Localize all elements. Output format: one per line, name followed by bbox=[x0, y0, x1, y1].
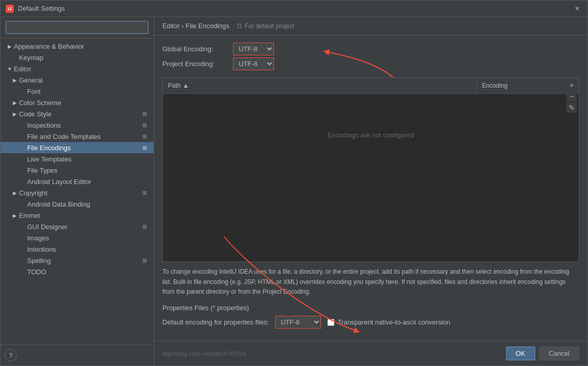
default-encoding-select[interactable]: UTF-8 bbox=[275, 316, 321, 329]
project-encoding-row: Project Encoding: UTF-8 bbox=[162, 57, 579, 70]
sidebar-item-editor[interactable]: ▼ Editor bbox=[1, 63, 154, 74]
default-encoding-label: Default encoding for properties files: bbox=[162, 318, 269, 326]
sidebar-item-file-types[interactable]: File Types bbox=[1, 165, 154, 176]
project-encoding-select[interactable]: UTF-8 bbox=[233, 57, 274, 70]
arrow-placeholder bbox=[19, 177, 27, 186]
properties-title: Properties Files (*.properties) bbox=[162, 304, 579, 312]
arrow-placeholder bbox=[19, 166, 27, 174]
sidebar-item-label: Inspections bbox=[27, 121, 138, 129]
sidebar-item-android-data-binding[interactable]: Android Data Binding bbox=[1, 198, 154, 210]
sidebar-item-label: Copyright bbox=[19, 189, 138, 197]
sidebar-item-keymap[interactable]: Keymap bbox=[1, 52, 154, 63]
copy-icon: ⊞ bbox=[140, 189, 149, 197]
copy-icon: ⊞ bbox=[140, 121, 149, 129]
arrow-icon: ▶ bbox=[6, 42, 14, 50]
project-indicator: 🗒 🗒 For default projectFor default proje… bbox=[234, 23, 295, 30]
sidebar-item-images[interactable]: Images bbox=[1, 232, 154, 243]
sidebar-item-font[interactable]: Font bbox=[1, 86, 154, 97]
sidebar-item-general[interactable]: ▶ General bbox=[1, 74, 154, 86]
sidebar: ▶ Appearance & Behavior Keymap ▼ Editor … bbox=[1, 17, 154, 365]
sidebar-item-color-scheme[interactable]: ▶ Color Scheme bbox=[1, 97, 154, 108]
transparent-checkbox-row: Transparent native-to-ascii conversion bbox=[327, 318, 450, 326]
copy-icon: ⊞ bbox=[140, 222, 149, 231]
properties-row: Default encoding for properties files: U… bbox=[162, 316, 579, 329]
sidebar-item-label: Color Scheme bbox=[19, 99, 149, 107]
panel-footer: http://blog.csdn.net/y9614747264 OK Canc… bbox=[154, 341, 587, 365]
copy-icon: ⊞ bbox=[140, 256, 149, 265]
project-encoding-label: Project Encoding: bbox=[162, 60, 229, 68]
ok-button[interactable]: OK bbox=[506, 347, 535, 360]
global-encoding-select[interactable]: UTF-8 bbox=[233, 43, 274, 55]
arrow-placeholder bbox=[19, 245, 27, 253]
title-bar: IJ Default Settings × bbox=[1, 1, 587, 17]
sidebar-item-copyright[interactable]: ▶ Copyright ⊞ bbox=[1, 187, 154, 198]
arrow-icon: ▼ bbox=[6, 65, 14, 73]
table-edit-button[interactable]: ✎ bbox=[566, 103, 577, 113]
sidebar-item-inspections[interactable]: Inspections ⊞ bbox=[1, 119, 154, 131]
sidebar-item-android-layout-editor[interactable]: Android Layout Editor bbox=[1, 176, 154, 187]
help-button[interactable]: ? bbox=[5, 349, 17, 361]
sidebar-item-label: TODO bbox=[27, 268, 149, 276]
table-add-button[interactable]: + bbox=[566, 80, 577, 90]
sidebar-item-label: Live Templates bbox=[27, 155, 149, 163]
sidebar-item-gui-designer[interactable]: GUI Designer ⊞ bbox=[1, 221, 154, 232]
close-button[interactable]: × bbox=[572, 4, 582, 14]
sidebar-item-file-encodings[interactable]: File Encodings ⊞ bbox=[1, 142, 154, 153]
sidebar-item-label: Code Style bbox=[19, 110, 138, 118]
copy-icon: ⊞ bbox=[140, 110, 149, 118]
sidebar-item-label: Keymap bbox=[19, 54, 149, 62]
watermark: http://blog.csdn.net/y9614747264 bbox=[162, 351, 502, 357]
default-settings-window: IJ Default Settings × ▶ Appearance & Beh… bbox=[0, 0, 588, 366]
transparent-checkbox[interactable] bbox=[327, 319, 334, 326]
sort-icon: ▲ bbox=[183, 82, 189, 89]
arrow-icon: ▶ bbox=[11, 189, 19, 197]
breadcrumb-page: File Encodings bbox=[186, 22, 229, 30]
sidebar-item-label: Font bbox=[27, 88, 149, 95]
arrow-placeholder bbox=[19, 155, 27, 163]
sidebar-tree: ▶ Appearance & Behavior Keymap ▼ Editor … bbox=[1, 38, 154, 344]
sidebar-item-code-style[interactable]: ▶ Code Style ⊞ bbox=[1, 108, 154, 119]
sidebar-item-file-code-templates[interactable]: File and Code Templates ⊞ bbox=[1, 131, 154, 142]
encoding-table: Path ▲ Encoding Encodings are not config… bbox=[162, 77, 579, 262]
table-col-path: Path ▲ bbox=[163, 80, 476, 91]
right-panel: Editor › File Encodings 🗒 🗒 For default … bbox=[154, 17, 587, 365]
sidebar-item-label: GUI Designer bbox=[27, 223, 138, 231]
transparent-label: Transparent native-to-ascii conversion bbox=[338, 318, 450, 326]
breadcrumb: Editor › File Encodings bbox=[162, 22, 229, 30]
sidebar-item-todo[interactable]: TODO bbox=[1, 266, 154, 277]
sidebar-bottom: ? bbox=[1, 344, 154, 365]
global-encoding-row: Global Encoding: UTF-8 bbox=[162, 43, 579, 55]
arrow-placeholder bbox=[19, 144, 27, 152]
panel-body: Global Encoding: UTF-8 Project Encoding:… bbox=[154, 35, 587, 341]
table-empty-message: Encodings are not configured bbox=[163, 94, 579, 176]
search-box bbox=[1, 17, 154, 38]
arrow-placeholder bbox=[19, 121, 27, 129]
arrow-placeholder bbox=[19, 200, 27, 208]
sidebar-item-emmet[interactable]: ▶ Emmet bbox=[1, 210, 154, 221]
copy-icon: ⊞ bbox=[140, 144, 149, 152]
cancel-button[interactable]: Cancel bbox=[539, 347, 579, 360]
arrow-placeholder bbox=[19, 87, 27, 95]
table-remove-button[interactable]: − bbox=[566, 91, 577, 101]
sidebar-item-label: Android Data Binding bbox=[27, 200, 149, 208]
sidebar-item-label: Intentions bbox=[27, 246, 149, 253]
sidebar-item-intentions[interactable]: Intentions bbox=[1, 243, 154, 255]
sidebar-item-live-templates[interactable]: Live Templates bbox=[1, 153, 154, 165]
sidebar-item-label: File and Code Templates bbox=[27, 133, 138, 140]
app-icon: IJ bbox=[6, 5, 14, 13]
table-header: Path ▲ Encoding bbox=[163, 78, 579, 94]
arrow-placeholder bbox=[19, 132, 27, 140]
arrow-icon: ▶ bbox=[11, 76, 19, 84]
sidebar-item-label: Android Layout Editor bbox=[27, 178, 149, 186]
table-toolbar: + − ✎ bbox=[566, 80, 577, 113]
arrow-placeholder bbox=[19, 234, 27, 242]
search-input[interactable] bbox=[6, 21, 149, 34]
arrow-icon: ▶ bbox=[11, 110, 19, 118]
sidebar-item-label: File Encodings bbox=[27, 144, 138, 152]
sidebar-item-spelling[interactable]: Spelling ⊞ bbox=[1, 255, 154, 266]
arrow-placeholder bbox=[11, 53, 19, 62]
sidebar-item-label: General bbox=[19, 76, 149, 84]
arrow-placeholder bbox=[19, 268, 27, 276]
sidebar-item-appearance[interactable]: ▶ Appearance & Behavior bbox=[1, 40, 154, 52]
main-content: ▶ Appearance & Behavior Keymap ▼ Editor … bbox=[1, 17, 587, 365]
